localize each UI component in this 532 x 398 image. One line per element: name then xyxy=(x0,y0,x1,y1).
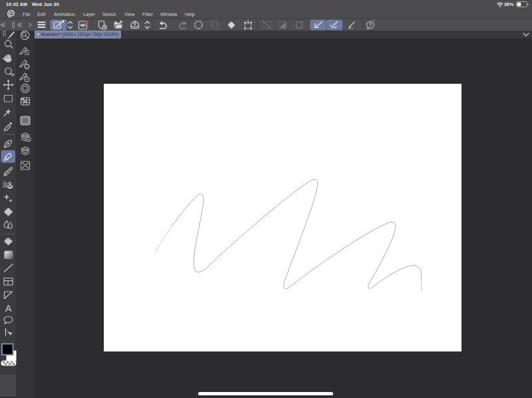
svg-text:A: A xyxy=(5,302,12,313)
svg-text:?: ? xyxy=(368,21,372,28)
